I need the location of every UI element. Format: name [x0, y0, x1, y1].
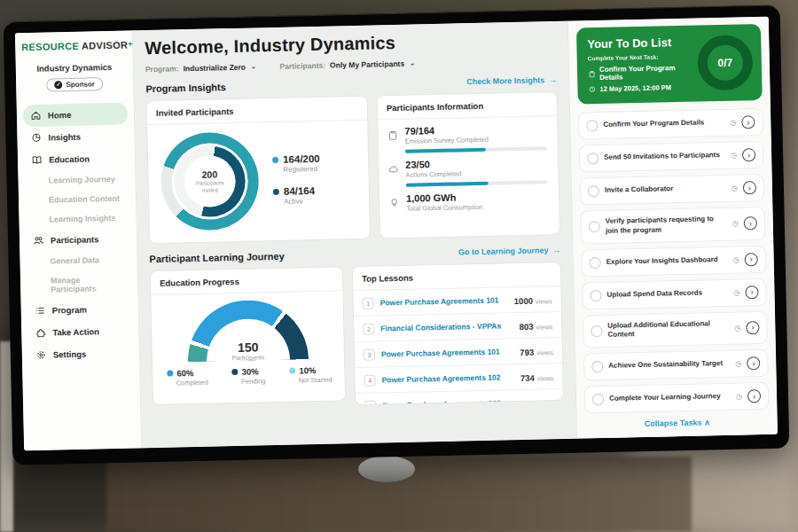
legend-registered: 164/200 Registered — [272, 153, 320, 174]
task-checkbox[interactable] — [591, 361, 603, 372]
chevron-right-button[interactable]: › — [745, 253, 758, 266]
views-count: 1000 — [514, 296, 533, 306]
lesson-link[interactable]: Power Purchase Agreements 101 — [380, 295, 508, 307]
sidebar-item-learning-journey[interactable]: Learning Journey — [24, 169, 129, 192]
sidebar-item-home[interactable]: Home — [23, 103, 129, 128]
clipboard-icon — [588, 70, 596, 78]
task-checkbox[interactable] — [587, 153, 598, 164]
task-checkbox[interactable] — [591, 325, 602, 337]
chevron-up-icon: ∧ — [704, 419, 710, 427]
invited-donut-chart: 200 Participants Invited — [160, 131, 259, 231]
settings-icon — [35, 349, 47, 361]
task-checkbox[interactable] — [586, 120, 598, 131]
sponsor-badge: ✓ Sponsor — [46, 77, 103, 91]
task-send-invitations[interactable]: Send 50 Invitations to Participants ◷ › — [579, 141, 764, 173]
arrow-right-icon: → — [552, 246, 560, 254]
task-invite-collaborator[interactable]: Invite a Collaborator ◷ › — [580, 174, 765, 206]
actions-completed-row: 23/50 Actions Completed — [387, 156, 548, 187]
page-title: Welcome, Industry Dynamics — [145, 29, 556, 59]
sponsor-badge-label: Sponsor — [66, 80, 95, 89]
clock-icon: ◷ — [730, 119, 736, 127]
chevron-right-button[interactable]: › — [745, 286, 758, 299]
task-upload-spend-data[interactable]: Upload Spend Data Records ◷ › — [582, 278, 767, 310]
sidebar-item-take-action[interactable]: Take Action — [27, 320, 133, 345]
chevron-right-button[interactable]: › — [747, 356, 760, 370]
sidebar-item-education-content[interactable]: Education Content — [25, 189, 129, 211]
donut-center-label: Participants Invited — [191, 180, 230, 195]
legend-value: 60% — [176, 368, 193, 378]
views-label: views — [536, 348, 553, 356]
chevron-right-button[interactable]: › — [744, 216, 757, 230]
legend-value: 164/200 — [283, 153, 320, 165]
task-label: Send 50 Invitations to Participants — [604, 151, 725, 163]
views-label: views — [537, 374, 554, 382]
chevron-right-button[interactable]: › — [742, 148, 755, 161]
home-icon — [30, 110, 42, 121]
task-explore-insights[interactable]: Explore Your Insights Dashboard ◷ › — [581, 246, 766, 278]
chevron-right-button[interactable]: › — [741, 115, 755, 129]
clock-icon: ◷ — [733, 288, 739, 296]
go-to-learning-journey-link[interactable]: Go to Learning Journey → — [458, 246, 561, 257]
sidebar-item-label: Take Action — [52, 326, 99, 337]
sidebar-item-label: Participants — [51, 234, 99, 245]
program-icon — [35, 305, 46, 317]
clock-icon: ◷ — [731, 152, 737, 160]
task-upload-educational-content[interactable]: Upload Additional Educational Content ◷ … — [583, 310, 768, 348]
task-label: Invite a Collaborator — [605, 184, 726, 196]
task-verify-participants[interactable]: Verify participants requesting to join t… — [580, 207, 765, 244]
sidebar-nav: Home Insights Education Learning Journey… — [23, 103, 133, 367]
task-achieve-target[interactable]: Achieve One Sustainability Target ◷ › — [583, 349, 769, 381]
lesson-link[interactable]: Power Purchase Agreements 102 — [381, 372, 514, 384]
task-label: Complete Your Learning Journey — [609, 392, 731, 404]
task-checkbox[interactable] — [588, 185, 599, 197]
todo-panel: Your To Do List Complete Your Next Task:… — [567, 17, 778, 439]
insights-icon — [30, 132, 42, 144]
sidebar-item-education[interactable]: Education — [24, 147, 129, 172]
brand-secondary: ADVISOR — [82, 40, 128, 51]
lesson-rank: 5 — [364, 400, 376, 405]
legend-label: Not Started — [299, 376, 332, 385]
sidebar-item-program[interactable]: Program — [27, 298, 132, 323]
lesson-link[interactable]: Power Purchase Agreements 103 — [382, 398, 515, 405]
sidebar-item-learning-insights[interactable]: Learning Insights — [25, 208, 129, 231]
chevron-right-button[interactable]: › — [746, 321, 759, 334]
top-lessons-card: Top Lessons 1 Power Purchase Agreements … — [352, 262, 564, 405]
take-action-icon — [35, 327, 46, 339]
sidebar-item-insights[interactable]: Insights — [23, 125, 129, 150]
task-checkbox[interactable] — [590, 257, 601, 269]
chevron-right-button[interactable]: › — [747, 389, 761, 403]
sidebar-item-manage-participants[interactable]: Manage Participants — [27, 270, 132, 301]
sidebar-item-general-data[interactable]: General Data — [26, 250, 130, 272]
clock-icon: ◷ — [736, 393, 742, 401]
task-checkbox[interactable] — [589, 221, 600, 232]
lesson-rank: 2 — [363, 323, 374, 334]
views-label: views — [536, 323, 552, 331]
collapse-tasks-link[interactable]: Collapse Tasks ∧ — [585, 417, 770, 430]
todo-progress-ring: 0/7 — [697, 35, 753, 90]
collapse-label: Collapse Tasks — [645, 419, 702, 428]
sidebar-item-participants[interactable]: Participants — [26, 228, 131, 253]
task-checkbox[interactable] — [590, 290, 601, 301]
program-filter[interactable]: Program: Industrialize Zero ⌄ — [145, 62, 257, 74]
lesson-link[interactable]: Power Purchase Agreements 101 — [381, 347, 514, 358]
participants-filter[interactable]: Participants: Only My Participants ⌄ — [279, 59, 415, 70]
participants-icon — [33, 235, 44, 246]
task-label: Explore Your Insights Dashboard — [606, 255, 728, 268]
sidebar-item-settings[interactable]: Settings — [28, 342, 134, 367]
program-insights-header: Program Insights Check More Insights → — [145, 74, 557, 94]
task-label: Confirm Your Program Details — [603, 118, 724, 130]
link-label: Go to Learning Journey — [458, 246, 549, 256]
clock-icon: ◷ — [732, 184, 738, 192]
task-label: Achieve One Sustainability Target — [608, 359, 730, 372]
chevron-right-button[interactable]: › — [743, 181, 756, 194]
section-title: Program Insights — [145, 82, 226, 94]
task-complete-learning-journey[interactable]: Complete Your Learning Journey ◷ › — [584, 382, 770, 414]
filters-row: Program: Industrialize Zero ⌄ Participan… — [145, 56, 557, 74]
lesson-link[interactable]: Financial Considerations - VPPAs — [380, 321, 513, 332]
check-more-insights-link[interactable]: Check More Insights → — [466, 75, 557, 86]
views-count: 734 — [520, 373, 535, 383]
journey-cards-row: Education Progress 150 Participants — [150, 262, 564, 410]
task-confirm-program-details[interactable]: Confirm Your Program Details ◷ › — [578, 108, 763, 140]
views-count: 803 — [520, 322, 534, 332]
task-checkbox[interactable] — [592, 394, 604, 405]
